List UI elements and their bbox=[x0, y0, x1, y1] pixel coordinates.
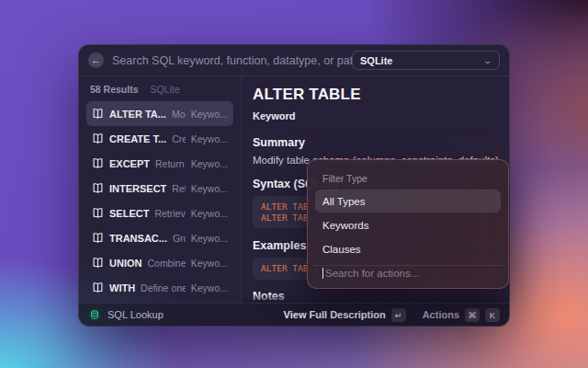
list-item-subtitle: Combine resul... bbox=[147, 258, 185, 269]
list-item-badge: Keywo... bbox=[191, 158, 228, 169]
actions-search-placeholder: Search for actions... bbox=[325, 268, 419, 279]
book-icon bbox=[92, 282, 104, 293]
list-item-badge: Keywo... bbox=[191, 258, 228, 269]
popup-option-label: Keywords bbox=[322, 220, 369, 231]
book-icon bbox=[92, 182, 104, 194]
list-item-subtitle: Group st... bbox=[173, 233, 186, 244]
list-item-subtitle: Return rows f... bbox=[155, 158, 186, 169]
popup-option[interactable]: All Types bbox=[315, 190, 501, 213]
list-item-title: WITH bbox=[109, 282, 135, 293]
footer-bar: SQL Lookup View Full Description ↵ Actio… bbox=[79, 303, 509, 326]
list-item-badge: Keywo... bbox=[191, 208, 228, 219]
list-item-title: CREATE T... bbox=[109, 133, 166, 144]
book-icon bbox=[92, 108, 104, 120]
list-item[interactable]: TRANSAC... Group st... Keywo... bbox=[86, 225, 233, 250]
results-header: 58 Results SQLite bbox=[86, 81, 233, 101]
list-item-badge: Keywo... bbox=[191, 109, 228, 120]
list-item-subtitle: Modify ta... bbox=[172, 109, 186, 120]
back-button[interactable]: ← bbox=[88, 52, 104, 68]
list-item[interactable]: SELECT Retrieve colu... Keywo... bbox=[86, 201, 233, 225]
actions-button[interactable]: Actions ⌘ K bbox=[423, 308, 500, 322]
list-item[interactable]: INTERSECT Return ro... Keywo... bbox=[86, 176, 233, 201]
list-item[interactable]: WITH Define one or m... Keywo... bbox=[86, 275, 233, 300]
text-caret bbox=[322, 268, 323, 279]
popup-option[interactable]: Clauses bbox=[315, 237, 501, 260]
list-item[interactable]: CREATE T... Create a... Keywo... bbox=[86, 126, 233, 151]
detail-title: ALTER TABLE bbox=[253, 86, 498, 104]
book-icon bbox=[92, 157, 104, 169]
list-item-subtitle: Retrieve colu... bbox=[154, 208, 185, 219]
summary-heading: Summary bbox=[253, 136, 498, 149]
list-item-title: EXCEPT bbox=[109, 158, 150, 169]
actions-search-input[interactable]: Search for actions... bbox=[315, 266, 501, 281]
return-key-icon: ↵ bbox=[391, 308, 406, 322]
list-item[interactable]: UNION Combine resul... Keywo... bbox=[86, 250, 233, 275]
book-icon bbox=[92, 257, 104, 269]
results-list: ALTER TA... Modify ta... Keywo... CREATE… bbox=[86, 101, 233, 303]
book-icon bbox=[92, 207, 104, 219]
list-item-badge: Keywo... bbox=[191, 233, 228, 244]
notes-heading: Notes bbox=[253, 290, 498, 303]
filter-type-popup: Filter Type All Types Keywords Clauses S… bbox=[307, 159, 509, 289]
engine-dropdown-value: SQLite bbox=[360, 55, 392, 66]
list-item-title: INTERSECT bbox=[109, 183, 166, 194]
popup-options: All Types Keywords Clauses bbox=[315, 190, 501, 261]
book-icon bbox=[92, 132, 104, 144]
results-count: 58 Results bbox=[90, 84, 139, 95]
chevron-down-icon: ⌄ bbox=[483, 56, 493, 65]
app-icon bbox=[88, 308, 101, 321]
search-input[interactable]: Search SQL keyword, function, datatype, … bbox=[112, 54, 352, 67]
list-item-badge: Keywo... bbox=[191, 133, 228, 144]
list-item-title: SELECT bbox=[109, 208, 149, 219]
list-item-subtitle: Define one or m... bbox=[141, 282, 186, 293]
launcher-window: ← Search SQL keyword, function, datatype… bbox=[78, 44, 510, 327]
list-item-title: UNION bbox=[109, 258, 141, 269]
popup-section-label: Filter Type bbox=[315, 166, 501, 190]
list-item-subtitle: Return ro... bbox=[172, 183, 185, 194]
app-name: SQL Lookup bbox=[107, 309, 164, 320]
left-arrow-icon: ← bbox=[91, 54, 101, 65]
list-item[interactable]: ALTER TA... Modify ta... Keywo... bbox=[86, 101, 233, 126]
list-item-title: ALTER TA... bbox=[109, 109, 166, 120]
view-full-description-button[interactable]: View Full Description ↵ bbox=[284, 308, 406, 322]
list-item-badge: Keywo... bbox=[191, 183, 228, 194]
list-item-title: TRANSAC... bbox=[109, 233, 167, 244]
results-scope: SQLite bbox=[150, 84, 179, 95]
database-icon bbox=[90, 310, 99, 319]
list-item-badge: Keywo... bbox=[191, 282, 228, 293]
k-key-icon: K bbox=[485, 308, 500, 322]
results-sidebar: 58 Results SQLite ALTER TA... Modify ta.… bbox=[79, 76, 241, 303]
engine-dropdown[interactable]: SQLite ⌄ bbox=[352, 51, 500, 70]
popup-option-label: All Types bbox=[322, 196, 365, 207]
popup-option[interactable]: Keywords bbox=[315, 213, 501, 236]
list-item[interactable]: EXCEPT Return rows f... Keywo... bbox=[86, 151, 233, 176]
list-item-subtitle: Create a... bbox=[172, 133, 186, 144]
detail-type-label: Keyword bbox=[253, 110, 498, 121]
popup-option-label: Clauses bbox=[322, 244, 361, 255]
book-icon bbox=[92, 232, 104, 244]
search-bar: ← Search SQL keyword, function, datatype… bbox=[79, 45, 509, 76]
command-key-icon: ⌘ bbox=[465, 308, 480, 322]
